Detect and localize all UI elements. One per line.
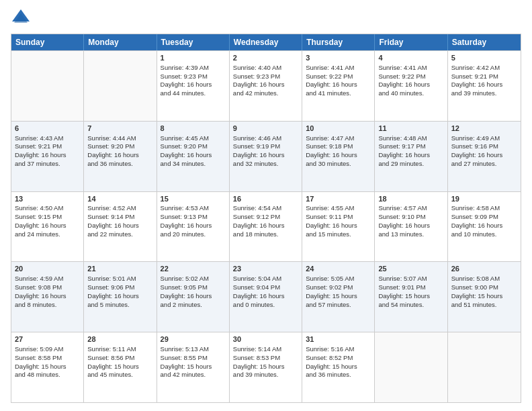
calendar-cell: 26Sunrise: 5:08 AMSunset: 9:00 PMDayligh… bbox=[448, 262, 521, 332]
day-number: 16 bbox=[233, 194, 298, 204]
day-info-line: Sunrise: 5:04 AM bbox=[233, 275, 298, 283]
day-info-line: Sunset: 9:06 PM bbox=[87, 283, 152, 292]
day-info-line: Sunrise: 4:48 AM bbox=[378, 134, 443, 143]
calendar-cell: 2Sunrise: 4:40 AMSunset: 9:23 PMDaylight… bbox=[230, 51, 302, 121]
day-info-line: Sunset: 9:15 PM bbox=[15, 213, 80, 222]
day-header-sunday: Sunday bbox=[11, 34, 84, 50]
day-info-line: Sunrise: 4:57 AM bbox=[378, 204, 443, 213]
day-info-line: Sunset: 9:23 PM bbox=[161, 73, 226, 81]
day-number: 8 bbox=[161, 124, 226, 134]
calendar-cell: 21Sunrise: 5:01 AMSunset: 9:06 PMDayligh… bbox=[84, 262, 157, 332]
header bbox=[11, 8, 521, 28]
day-info-line: Sunrise: 4:45 AM bbox=[161, 134, 226, 143]
day-info-line: and 57 minutes. bbox=[306, 301, 371, 310]
day-info-line: Sunset: 9:16 PM bbox=[451, 142, 517, 151]
day-number: 6 bbox=[15, 124, 80, 134]
calendar-cell: 6Sunrise: 4:43 AMSunset: 9:21 PMDaylight… bbox=[11, 122, 84, 191]
calendar-cell: 16Sunrise: 4:54 AMSunset: 9:12 PMDayligh… bbox=[230, 192, 302, 262]
calendar-row-1: 1Sunrise: 4:39 AMSunset: 9:23 PMDaylight… bbox=[11, 50, 521, 121]
day-info-line: Sunrise: 4:39 AM bbox=[161, 64, 226, 73]
page: SundayMondayTuesdayWednesdayThursdayFrid… bbox=[0, 0, 532, 411]
day-info-line: Sunset: 9:00 PM bbox=[451, 283, 517, 292]
day-info-line: and 18 minutes. bbox=[233, 230, 298, 239]
day-info-line: and 48 minutes. bbox=[15, 371, 80, 379]
day-number: 29 bbox=[161, 334, 226, 345]
day-info-line: and 10 minutes. bbox=[451, 230, 517, 239]
day-info-line: Sunrise: 4:59 AM bbox=[15, 275, 80, 283]
day-info-line: and 15 minutes. bbox=[306, 230, 371, 239]
day-info-line: and 36 minutes. bbox=[87, 160, 152, 169]
day-info-line: Sunrise: 5:08 AM bbox=[451, 275, 517, 283]
calendar-cell: 29Sunrise: 5:13 AMSunset: 8:55 PMDayligh… bbox=[157, 332, 230, 402]
day-info-line: and 36 minutes. bbox=[306, 371, 371, 379]
day-info-line: Daylight: 16 hours bbox=[378, 222, 443, 230]
day-info-line: and 41 minutes. bbox=[306, 89, 371, 98]
day-info-line: Daylight: 15 hours bbox=[233, 363, 298, 371]
day-info-line: Daylight: 15 hours bbox=[378, 292, 443, 301]
day-info-line: Daylight: 16 hours bbox=[233, 292, 298, 301]
day-info-line: Sunrise: 4:53 AM bbox=[161, 204, 226, 213]
calendar-cell: 20Sunrise: 4:59 AMSunset: 9:08 PMDayligh… bbox=[11, 262, 84, 332]
day-info-line: and 2 minutes. bbox=[161, 301, 226, 310]
day-info-line: Sunrise: 5:16 AM bbox=[306, 345, 371, 354]
day-number: 23 bbox=[233, 264, 298, 274]
calendar-cell: 22Sunrise: 5:02 AMSunset: 9:05 PMDayligh… bbox=[157, 262, 230, 332]
day-number: 20 bbox=[15, 264, 80, 274]
day-info-line: and 39 minutes. bbox=[233, 371, 298, 379]
day-info-line: Daylight: 16 hours bbox=[306, 81, 371, 89]
calendar-cell: 1Sunrise: 4:39 AMSunset: 9:23 PMDaylight… bbox=[157, 51, 230, 121]
day-info-line: Sunrise: 5:05 AM bbox=[306, 275, 371, 283]
day-info-line: Sunset: 9:21 PM bbox=[451, 73, 517, 81]
day-info-line: Sunrise: 5:13 AM bbox=[161, 345, 226, 354]
day-info-line: Sunset: 9:17 PM bbox=[378, 142, 443, 151]
calendar-row-5: 27Sunrise: 5:09 AMSunset: 8:58 PMDayligh… bbox=[11, 332, 521, 402]
calendar-cell: 5Sunrise: 4:42 AMSunset: 9:21 PMDaylight… bbox=[448, 51, 521, 121]
day-number: 25 bbox=[378, 264, 443, 274]
day-number: 9 bbox=[233, 124, 298, 134]
day-info-line: Sunrise: 4:58 AM bbox=[451, 204, 517, 213]
day-info-line: Sunrise: 4:54 AM bbox=[233, 204, 298, 213]
day-info-line: and 45 minutes. bbox=[87, 371, 152, 379]
day-info-line: Sunrise: 4:40 AM bbox=[233, 64, 298, 73]
day-info-line: Sunset: 8:55 PM bbox=[161, 354, 226, 363]
calendar-cell: 11Sunrise: 4:48 AMSunset: 9:17 PMDayligh… bbox=[375, 122, 447, 191]
day-info-line: Daylight: 15 hours bbox=[306, 363, 371, 371]
day-number: 12 bbox=[451, 124, 517, 134]
day-info-line: Sunrise: 5:14 AM bbox=[233, 345, 298, 354]
day-info-line: Sunrise: 5:02 AM bbox=[161, 275, 226, 283]
calendar-cell: 19Sunrise: 4:58 AMSunset: 9:09 PMDayligh… bbox=[448, 192, 521, 262]
day-number: 31 bbox=[306, 334, 371, 345]
day-info-line: and 42 minutes. bbox=[233, 89, 298, 98]
logo bbox=[11, 8, 34, 28]
day-info-line: Daylight: 16 hours bbox=[451, 81, 517, 89]
day-number: 19 bbox=[451, 194, 517, 204]
day-info-line: Sunrise: 4:43 AM bbox=[15, 134, 80, 143]
day-info-line: and 8 minutes. bbox=[15, 301, 80, 310]
day-info-line: Sunrise: 4:49 AM bbox=[451, 134, 517, 143]
day-header-monday: Monday bbox=[84, 34, 157, 50]
calendar-body: 1Sunrise: 4:39 AMSunset: 9:23 PMDaylight… bbox=[11, 50, 521, 402]
day-number: 14 bbox=[87, 194, 152, 204]
calendar-cell: 15Sunrise: 4:53 AMSunset: 9:13 PMDayligh… bbox=[157, 192, 230, 262]
day-info-line: Sunset: 8:56 PM bbox=[87, 354, 152, 363]
calendar-cell: 7Sunrise: 4:44 AMSunset: 9:20 PMDaylight… bbox=[84, 122, 157, 191]
calendar-header: SundayMondayTuesdayWednesdayThursdayFrid… bbox=[11, 34, 521, 50]
day-info-line: Sunrise: 5:01 AM bbox=[87, 275, 152, 283]
day-number: 4 bbox=[378, 53, 443, 63]
day-info-line: Sunrise: 4:41 AM bbox=[378, 64, 443, 73]
day-info-line: Sunset: 9:11 PM bbox=[306, 213, 371, 222]
calendar-cell: 31Sunrise: 5:16 AMSunset: 8:52 PMDayligh… bbox=[302, 332, 375, 402]
day-info-line: and 54 minutes. bbox=[378, 301, 443, 310]
day-info-line: Daylight: 16 hours bbox=[161, 151, 226, 160]
day-info-line: and 40 minutes. bbox=[378, 89, 443, 98]
day-info-line: Sunrise: 4:41 AM bbox=[306, 64, 371, 73]
day-info-line: and 30 minutes. bbox=[306, 160, 371, 169]
day-info-line: and 22 minutes. bbox=[87, 230, 152, 239]
day-info-line: Sunset: 9:23 PM bbox=[233, 73, 298, 81]
day-info-line: Daylight: 16 hours bbox=[87, 292, 152, 301]
day-info-line: Sunrise: 4:46 AM bbox=[233, 134, 298, 143]
day-info-line: Sunset: 9:08 PM bbox=[15, 283, 80, 292]
calendar-cell: 24Sunrise: 5:05 AMSunset: 9:02 PMDayligh… bbox=[302, 262, 375, 332]
calendar-row-2: 6Sunrise: 4:43 AMSunset: 9:21 PMDaylight… bbox=[11, 121, 521, 191]
calendar-cell: 4Sunrise: 4:41 AMSunset: 9:22 PMDaylight… bbox=[375, 51, 447, 121]
